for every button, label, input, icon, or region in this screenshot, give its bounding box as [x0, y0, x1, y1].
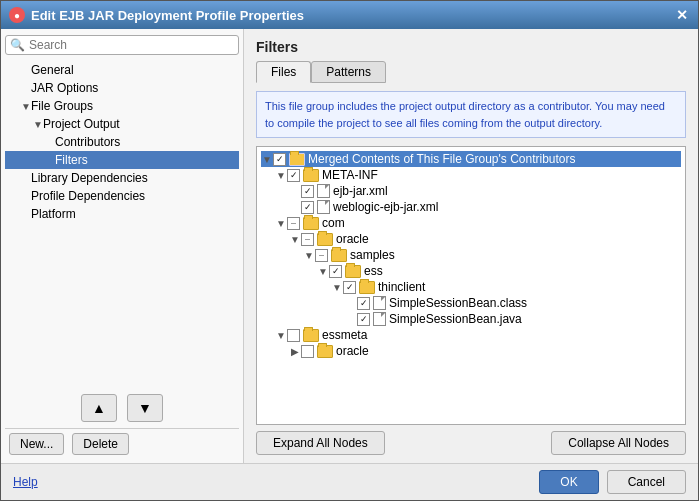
folder-icon-com — [303, 217, 319, 230]
tree-row-essmeta[interactable]: ▼essmeta — [261, 327, 681, 343]
footer-left: Help — [13, 475, 38, 489]
tree-label-com: com — [322, 216, 345, 230]
nav-label-jar-options: JAR Options — [31, 81, 98, 95]
tree-label-root: Merged Contents of This File Group's Con… — [308, 152, 576, 166]
nav-item-general[interactable]: General — [5, 61, 239, 79]
checkbox-samples[interactable]: – — [315, 249, 328, 262]
tree-row-simplesession-class[interactable]: ✓SimpleSessionBean.class — [261, 295, 681, 311]
tree-label-simplesession-java: SimpleSessionBean.java — [389, 312, 522, 326]
folder-icon-essmeta — [303, 329, 319, 342]
nav-item-contributors[interactable]: Contributors — [5, 133, 239, 151]
checkbox-com[interactable]: – — [287, 217, 300, 230]
expand-icon-thinclient[interactable]: ▼ — [331, 282, 343, 293]
main-content: 🔍 GeneralJAR Options▼File Groups▼Project… — [1, 29, 698, 463]
nav-item-file-groups[interactable]: ▼File Groups — [5, 97, 239, 115]
nav-item-profile-deps[interactable]: Profile Dependencies — [5, 187, 239, 205]
expand-icon-oracle2[interactable]: ▶ — [289, 346, 301, 357]
expand-icon-com[interactable]: ▼ — [275, 218, 287, 229]
tree-row-meta-inf[interactable]: ▼✓META-INF — [261, 167, 681, 183]
checkbox-meta-inf[interactable]: ✓ — [287, 169, 300, 182]
folder-icon-root — [289, 153, 305, 166]
bottom-buttons-left: New... Delete — [5, 428, 239, 459]
tree-label-oracle: oracle — [336, 232, 369, 246]
nav-label-library-deps: Library Dependencies — [31, 171, 148, 185]
tree-label-weblogic-ejb-jar-xml: weblogic-ejb-jar.xml — [333, 200, 438, 214]
nav-item-filters[interactable]: Filters — [5, 151, 239, 169]
folder-icon-oracle — [317, 233, 333, 246]
nav-label-contributors: Contributors — [55, 135, 120, 149]
file-icon-simplesession-java — [373, 312, 386, 326]
file-icon-weblogic-ejb-jar-xml — [317, 200, 330, 214]
folder-icon-meta-inf — [303, 169, 319, 182]
dialog: ● Edit EJB JAR Deployment Profile Proper… — [0, 0, 699, 501]
ok-button[interactable]: OK — [539, 470, 598, 494]
tree-row-thinclient[interactable]: ▼✓thinclient — [261, 279, 681, 295]
tree-row-simplesession-java[interactable]: ✓SimpleSessionBean.java — [261, 311, 681, 327]
folder-icon-ess — [345, 265, 361, 278]
expand-icon-meta-inf[interactable]: ▼ — [275, 170, 287, 181]
move-down-button[interactable]: ▼ — [127, 394, 163, 422]
tree-row-com[interactable]: ▼–com — [261, 215, 681, 231]
tree-row-samples[interactable]: ▼–samples — [261, 247, 681, 263]
nav-label-profile-deps: Profile Dependencies — [31, 189, 145, 203]
tab-patterns[interactable]: Patterns — [311, 61, 386, 83]
checkbox-simplesession-class[interactable]: ✓ — [357, 297, 370, 310]
nav-label-filters: Filters — [55, 153, 88, 167]
cancel-button[interactable]: Cancel — [607, 470, 686, 494]
expand-icon-oracle[interactable]: ▼ — [289, 234, 301, 245]
tree-label-thinclient: thinclient — [378, 280, 425, 294]
expand-icon-essmeta[interactable]: ▼ — [275, 330, 287, 341]
title-bar-left: ● Edit EJB JAR Deployment Profile Proper… — [9, 7, 304, 23]
file-tree-container: ▼✓Merged Contents of This File Group's C… — [256, 146, 686, 425]
expand-icon-ess[interactable]: ▼ — [317, 266, 329, 277]
tree-label-meta-inf: META-INF — [322, 168, 378, 182]
search-box: 🔍 — [5, 35, 239, 55]
new-button[interactable]: New... — [9, 433, 64, 455]
nav-item-jar-options[interactable]: JAR Options — [5, 79, 239, 97]
tree-label-ejb-jar-xml: ejb-jar.xml — [333, 184, 388, 198]
checkbox-essmeta[interactable] — [287, 329, 300, 342]
checkbox-ess[interactable]: ✓ — [329, 265, 342, 278]
tree-row-ejb-jar-xml[interactable]: ✓ejb-jar.xml — [261, 183, 681, 199]
search-input[interactable] — [29, 38, 234, 52]
nav-label-platform: Platform — [31, 207, 76, 221]
expand-all-button[interactable]: Expand All Nodes — [256, 431, 385, 455]
move-up-button[interactable]: ▲ — [81, 394, 117, 422]
help-button[interactable]: Help — [13, 475, 38, 489]
left-panel: 🔍 GeneralJAR Options▼File Groups▼Project… — [1, 29, 244, 463]
nav-buttons: ▲ ▼ — [5, 388, 239, 428]
nav-item-library-deps[interactable]: Library Dependencies — [5, 169, 239, 187]
checkbox-weblogic-ejb-jar-xml[interactable]: ✓ — [301, 201, 314, 214]
folder-icon-samples — [331, 249, 347, 262]
folder-icon-oracle2 — [317, 345, 333, 358]
collapse-all-button[interactable]: Collapse All Nodes — [551, 431, 686, 455]
tree-row-weblogic-ejb-jar-xml[interactable]: ✓weblogic-ejb-jar.xml — [261, 199, 681, 215]
close-button[interactable]: ✕ — [674, 7, 690, 23]
checkbox-oracle[interactable]: – — [301, 233, 314, 246]
expand-icon-root[interactable]: ▼ — [261, 154, 273, 165]
tree-row-oracle[interactable]: ▼–oracle — [261, 231, 681, 247]
panel-title: Filters — [256, 39, 686, 55]
file-icon-ejb-jar-xml — [317, 184, 330, 198]
tree-label-ess: ess — [364, 264, 383, 278]
tree-row-root[interactable]: ▼✓Merged Contents of This File Group's C… — [261, 151, 681, 167]
nav-label-general: General — [31, 63, 74, 77]
expand-icon-samples[interactable]: ▼ — [303, 250, 315, 261]
dialog-icon: ● — [9, 7, 25, 23]
checkbox-root[interactable]: ✓ — [273, 153, 286, 166]
tree-label-essmeta: essmeta — [322, 328, 367, 342]
checkbox-thinclient[interactable]: ✓ — [343, 281, 356, 294]
tree-row-ess[interactable]: ▼✓ess — [261, 263, 681, 279]
delete-button[interactable]: Delete — [72, 433, 129, 455]
nav-item-project-output[interactable]: ▼Project Output — [5, 115, 239, 133]
nav-item-platform[interactable]: Platform — [5, 205, 239, 223]
info-text: This file group includes the project out… — [256, 91, 686, 138]
checkbox-oracle2[interactable] — [301, 345, 314, 358]
tab-files[interactable]: Files — [256, 61, 311, 83]
tree-row-oracle2[interactable]: ▶oracle — [261, 343, 681, 359]
nav-label-file-groups: File Groups — [31, 99, 93, 113]
checkbox-simplesession-java[interactable]: ✓ — [357, 313, 370, 326]
tree-label-samples: samples — [350, 248, 395, 262]
checkbox-ejb-jar-xml[interactable]: ✓ — [301, 185, 314, 198]
nav-label-project-output: Project Output — [43, 117, 120, 131]
